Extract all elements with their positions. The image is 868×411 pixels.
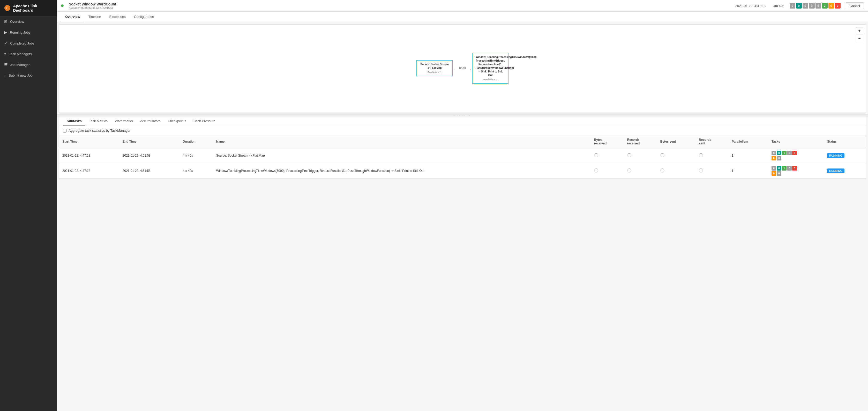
task-badge-canceling: 0 — [772, 156, 776, 160]
row1-duration: 4m 40s — [180, 148, 213, 163]
aggregate-label[interactable]: Aggregate task statistics by TaskManager — [68, 129, 131, 133]
tab-configuration[interactable]: Configuration — [130, 12, 158, 22]
table-area: Aggregate task statistics by TaskManager… — [59, 126, 866, 179]
tab-subtasks[interactable]: Subtasks — [63, 116, 85, 126]
task-badge2-canceling: 0 — [772, 171, 776, 176]
col-bytes-recv: Bytesreceived — [591, 135, 624, 148]
sidebar-label-completed-jobs: Completed Jobs — [10, 41, 34, 45]
flow-node-source[interactable]: Source: Socket Stream -> Fl at Map Paral… — [416, 60, 453, 76]
job-name: Socket Window WordCount — [69, 2, 730, 6]
job-graph: + − Source: Socket Stream -> Fl at Map P… — [59, 24, 866, 112]
task-badge-row2b: 0 0 — [772, 171, 821, 176]
task-badge-created: 0 — [772, 151, 776, 155]
status-running-1: RUNNING — [827, 153, 844, 158]
col-tasks: Tasks — [768, 135, 824, 148]
sidebar-header: F Apache Flink Dashboard — [0, 0, 57, 16]
app-title: Apache Flink Dashboard — [13, 4, 53, 12]
content-area: + − Source: Socket Stream -> Fl at Map P… — [57, 22, 868, 411]
main-content: Socket Window WordCount f036aeb4cf7d8df3… — [57, 0, 868, 411]
job-manager-icon: ☰ — [4, 62, 7, 67]
task-badge-row2a: 0 0 1 0 0 — [772, 166, 821, 171]
tab-timeline[interactable]: Timeline — [84, 12, 105, 22]
spinner-2a — [594, 169, 598, 173]
spinner-2c — [660, 169, 664, 173]
topbar: Socket Window WordCount f036aeb4cf7d8df3… — [57, 0, 868, 12]
node1-title: Source: Socket Stream -> Fl at Map — [420, 63, 449, 70]
tab-overview[interactable]: Overview — [61, 12, 84, 22]
table-body: 2021-01-22, 4:47:18 2021-01-22, 4:51:58 … — [59, 148, 866, 179]
row2-end-time: 2021-01-22, 4:51:58 — [120, 163, 180, 179]
badge-canceling: 0 — [829, 3, 834, 8]
resize-handle[interactable]: · · · · · · · — [57, 114, 868, 116]
job-duration: 4m 40s — [773, 4, 784, 8]
sidebar-item-completed-jobs[interactable]: ✓ Completed Jobs — [0, 38, 57, 49]
col-parallelism: Parallelism — [728, 135, 768, 148]
col-records-sent: Recordssent — [696, 135, 728, 148]
row2-records-sent — [696, 163, 728, 179]
col-end-time: End Time — [120, 135, 180, 148]
status-running-2: RUNNING — [827, 169, 844, 173]
sidebar-label-submit-job: Submit new Job — [9, 74, 33, 78]
table-row: 2021-01-22, 4:47:18 2021-01-22, 4:51:58 … — [59, 163, 866, 179]
spinner-1c — [660, 153, 664, 157]
zoom-out-button[interactable]: − — [856, 35, 863, 42]
task-badge-scheduled: 0 — [777, 151, 781, 155]
task-badges-2: 0 0 1 0 0 0 0 — [772, 166, 821, 176]
badge-scheduled: 0 — [796, 3, 802, 8]
submit-job-icon: ↑ — [4, 73, 6, 78]
task-badge-running: 1 — [782, 151, 786, 155]
badge-running2: 0 — [809, 3, 815, 8]
row1-status: RUNNING — [824, 148, 866, 163]
sidebar-label-running-jobs: Running Jobs — [10, 31, 31, 34]
sidebar-item-task-managers[interactable]: ≡ Task Managers — [0, 49, 57, 59]
spinner-2b — [627, 169, 631, 173]
flow-node-window[interactable]: Window(TumblingProcessingTimeWindows(500… — [472, 53, 508, 84]
sidebar-label-task-managers: Task Managers — [9, 52, 32, 56]
row2-bytes-sent — [657, 163, 696, 179]
job-id: f036aeb4cf7d8df3f3513fe182f165a — [69, 6, 730, 9]
tab-task-metrics[interactable]: Task Metrics — [85, 116, 111, 126]
zoom-in-button[interactable]: + — [856, 27, 863, 34]
row1-records-recv — [624, 148, 657, 163]
task-badges-1: 0 0 1 0 0 0 0 — [772, 151, 821, 160]
row2-name: Window(TumblingProcessingTimeWindows(500… — [213, 163, 591, 179]
sidebar-item-running-jobs[interactable]: ▶ Running Jobs — [0, 27, 57, 38]
tab-checkpoints[interactable]: Checkpoints — [164, 116, 190, 126]
row2-status: RUNNING — [824, 163, 866, 179]
col-status: Status — [824, 135, 866, 148]
task-badge2-created: 0 — [772, 166, 776, 171]
badge-failed: 0 — [835, 3, 841, 8]
node2-title: Window(TumblingProcessingTimeWindows(500… — [476, 55, 505, 77]
row1-tasks: 0 0 1 0 0 0 0 — [768, 148, 824, 163]
col-name: Name — [213, 135, 591, 148]
arrow-line — [455, 70, 470, 70]
badge-finished: 0 — [815, 3, 821, 8]
tab-watermarks[interactable]: Watermarks — [111, 116, 136, 126]
row2-tasks: 0 0 1 0 0 0 0 — [768, 163, 824, 179]
status-badges: 0 0 0 0 0 2 0 0 — [789, 3, 841, 8]
hash-label: HASH — [459, 67, 466, 69]
row2-start-time: 2021-01-22, 4:47:18 — [59, 163, 120, 179]
row1-parallelism: 1 — [728, 148, 768, 163]
task-badge2-scheduled: 0 — [777, 166, 781, 171]
row2-parallelism: 1 — [728, 163, 768, 179]
job-status-indicator — [61, 4, 64, 7]
sidebar-item-submit-job[interactable]: ↑ Submit new Job — [0, 70, 57, 81]
row1-end-time: 2021-01-22, 4:51:58 — [120, 148, 180, 163]
task-badge2-running: 1 — [782, 166, 786, 171]
tab-exceptions[interactable]: Exceptions — [105, 12, 130, 22]
row2-duration: 4m 40s — [180, 163, 213, 179]
row1-bytes-recv — [591, 148, 624, 163]
task-badge-row1a: 0 0 1 0 0 — [772, 151, 821, 155]
flink-logo: F — [4, 4, 10, 12]
task-badge2-failed: 0 — [792, 166, 797, 171]
cancel-button[interactable]: Cancel — [846, 2, 864, 9]
tab-back-pressure[interactable]: Back Pressure — [190, 116, 219, 126]
aggregate-checkbox[interactable] — [63, 129, 66, 133]
sidebar-item-job-manager[interactable]: ☰ Job Manager — [0, 59, 57, 70]
tab-accumulators[interactable]: Accumulators — [136, 116, 164, 126]
row1-bytes-sent — [657, 148, 696, 163]
sidebar-item-overview[interactable]: ⊞ Overview — [0, 16, 57, 27]
row1-records-sent — [696, 148, 728, 163]
badge-deploying: 0 — [803, 3, 808, 8]
